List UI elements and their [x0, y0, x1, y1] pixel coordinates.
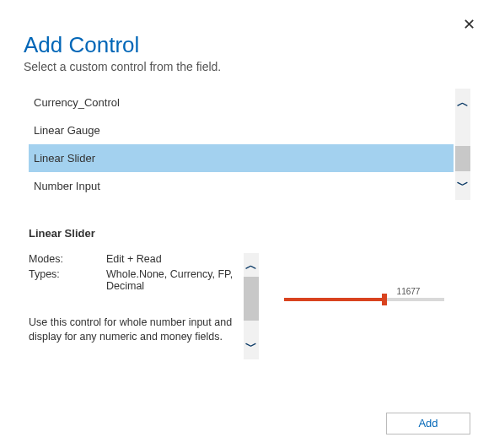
control-list-item[interactable]: Number Input [29, 172, 454, 200]
detail-types-row: Types: Whole.None, Currency, FP, Decimal [29, 268, 235, 292]
control-list-item[interactable]: Linear Gauge [29, 116, 454, 144]
control-list-container: Currency_Control Linear Gauge Linear Sli… [29, 89, 470, 200]
detail-section: Linear Slider Modes: Edit + Read Types: … [29, 227, 470, 359]
modes-label: Modes: [29, 253, 106, 265]
detail-body: Modes: Edit + Read Types: Whole.None, Cu… [29, 253, 470, 359]
close-icon: ✕ [463, 16, 475, 33]
slider-track[interactable] [284, 298, 444, 301]
slider-fill [284, 298, 385, 301]
control-list-item[interactable]: Currency_Control [29, 89, 454, 116]
control-list-scrollbar[interactable]: ︿ ﹀ [455, 89, 470, 200]
scrollbar-thumb[interactable] [455, 146, 470, 171]
detail-scrollbar[interactable]: ︿ ﹀ [244, 253, 259, 359]
detail-description: Use this control for whole number input … [29, 316, 235, 344]
close-button[interactable]: ✕ [463, 15, 475, 34]
chevron-down-icon[interactable]: ﹀ [457, 171, 469, 200]
detail-text: Modes: Edit + Read Types: Whole.None, Cu… [29, 253, 235, 344]
dialog-subtitle: Select a custom control from the field. [24, 60, 470, 73]
slider-preview: 11677 [267, 253, 470, 301]
chevron-down-icon[interactable]: ﹀ [245, 334, 257, 359]
scrollbar-thumb[interactable] [244, 277, 259, 321]
control-list: Currency_Control Linear Gauge Linear Sli… [29, 89, 470, 200]
detail-title: Linear Slider [29, 227, 470, 240]
types-value: Whole.None, Currency, FP, Decimal [106, 268, 235, 292]
chevron-up-icon[interactable]: ︿ [457, 89, 469, 117]
dialog-footer: Add [386, 413, 470, 435]
add-button[interactable]: Add [386, 413, 470, 435]
slider-value-label: 11677 [355, 287, 462, 296]
types-label: Types: [29, 268, 106, 292]
dialog-title: Add Control [24, 32, 470, 58]
modes-value: Edit + Read [106, 253, 235, 265]
chevron-up-icon[interactable]: ︿ [245, 253, 257, 278]
detail-modes-row: Modes: Edit + Read [29, 253, 235, 265]
control-list-item[interactable]: Linear Slider [29, 144, 454, 172]
slider-handle[interactable] [382, 294, 387, 305]
dialog-content: Add Control Select a custom control from… [0, 0, 494, 359]
